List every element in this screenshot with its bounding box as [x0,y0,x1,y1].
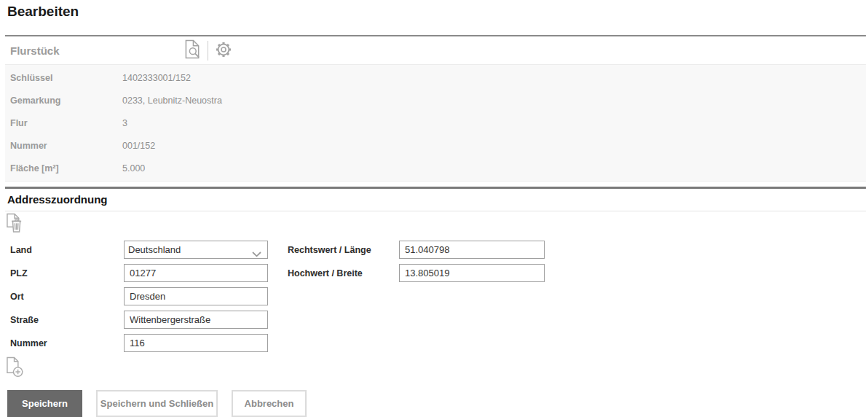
field-row-nummer: Nummer 001/152 [5,134,866,157]
field-label: Flur [5,118,122,128]
plz-input[interactable] [124,264,268,282]
gear-icon [215,41,232,61]
hausnummer-label: Nummer [5,338,124,348]
flurstueck-readonly-panel: Schlüssel 1402333001/152 Gemarkung 0233,… [5,64,866,182]
addresszuordnung-section-title: Addresszuordnung [5,189,866,211]
plz-label: PLZ [5,268,124,278]
rechtswert-label: Rechtswert / Länge [288,245,399,255]
field-value: 3 [122,118,127,128]
rechtswert-input[interactable] [399,241,545,259]
page-title: Bearbeiten [7,3,868,20]
hochwert-input[interactable] [399,264,545,282]
strasse-label: Straße [5,315,124,325]
field-row-flur: Flur 3 [5,112,866,134]
ort-label: Ort [5,292,124,302]
address-form: Land Deutschland Rechtswert / Länge PLZ … [5,241,866,352]
delete-address-button[interactable] [6,213,24,236]
address-toolbar-bottom [5,352,866,381]
address-toolbar-top [5,211,866,237]
addresszuordnung-section: Addresszuordnung Land Deutschland [5,187,866,381]
preview-button[interactable] [178,39,208,61]
field-row-gemarkung: Gemarkung 0233, Leubnitz-Neuostra [5,89,866,112]
document-search-icon [184,39,201,61]
land-select-wrap: Deutschland [124,241,268,259]
save-button[interactable]: Speichern [7,390,82,417]
land-select[interactable]: Deutschland [124,241,268,259]
field-label: Schlüssel [5,73,122,83]
flurstueck-toolbar [178,39,239,61]
field-label: Fläche [m²] [5,163,122,174]
document-delete-icon [6,213,24,236]
field-value: 5.000 [122,163,145,174]
settings-button[interactable] [208,41,239,61]
field-value: 1402333001/152 [122,73,191,83]
ort-input[interactable] [124,287,268,305]
hochwert-label: Hochwert / Breite [288,268,399,278]
field-label: Gemarkung [5,96,122,106]
document-add-icon [6,356,24,380]
flurstueck-header: Flurstück [5,36,866,64]
cancel-button[interactable]: Abbrechen [232,390,307,417]
flurstueck-section-title: Flurstück [5,44,178,57]
action-button-row: Speichern Speichern und Schließen Abbrec… [7,390,868,417]
field-label: Nummer [5,141,122,151]
field-value: 001/152 [122,141,155,151]
field-row-schluessel: Schlüssel 1402333001/152 [5,66,866,89]
field-value: 0233, Leubnitz-Neuostra [122,96,222,106]
strasse-input[interactable] [124,311,268,329]
land-label: Land [5,245,124,255]
hausnummer-input[interactable] [124,334,268,352]
flurstueck-section: Flurstück [5,35,866,182]
save-and-close-button[interactable]: Speichern und Schließen [96,390,218,417]
field-row-flaeche: Fläche [m²] 5.000 [5,157,866,179]
add-address-button[interactable] [6,356,24,380]
